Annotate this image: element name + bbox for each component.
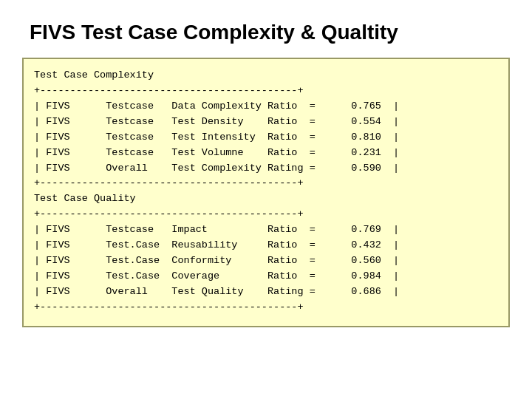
table-content: Test Case Complexity +------------------… xyxy=(34,68,498,316)
table-container: Test Case Complexity +------------------… xyxy=(22,58,510,327)
page-title: FIVS Test Case Complexity & Qualtity xyxy=(0,0,532,58)
